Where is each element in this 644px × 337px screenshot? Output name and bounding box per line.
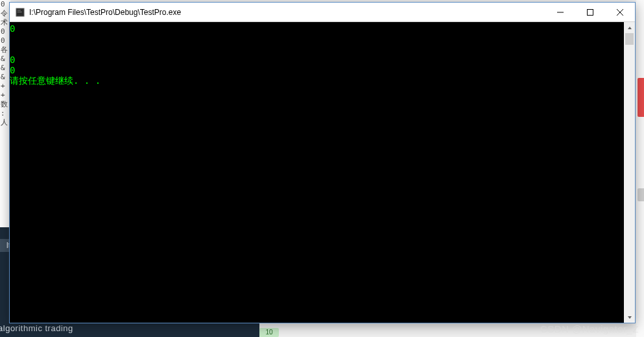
svg-marker-8 [628,316,632,319]
scroll-up-button[interactable] [624,22,635,33]
close-icon [617,9,623,16]
minimize-icon [557,9,564,16]
console-window: I:\Program Files\TestPro\Debug\TestPro.e… [9,2,636,323]
svg-rect-1 [18,10,21,10]
window-title: I:\Program Files\TestPro\Debug\TestPro.e… [29,8,545,17]
svg-rect-4 [588,9,593,15]
desktop: 0 令 术 0 0 各 & & & + + 数 : 人 lt esting in… [0,0,644,337]
svg-rect-2 [18,12,22,12]
close-button[interactable] [605,3,635,21]
bg-right-red [638,78,644,117]
app-icon [15,7,25,18]
svg-marker-7 [628,27,632,29]
bg-green-pill: 10 [259,328,279,337]
bg-right-gray [638,188,644,201]
client-area: 0 0 0 请按任意键继续. . . [10,22,635,323]
minimize-button[interactable] [545,3,575,21]
console-line: 0 [10,23,624,34]
scroll-down-button[interactable] [624,312,635,323]
vertical-scrollbar[interactable] [624,22,635,323]
chevron-up-icon [627,25,632,31]
window-controls [545,3,635,21]
bg-right-strip [636,0,644,337]
watermark: CSDN @Navigator_Z [540,323,639,334]
scrollbar-thumb[interactable] [625,33,634,45]
console-line [10,34,624,44]
console-line: 0 [10,55,624,65]
maximize-button[interactable] [575,3,605,21]
maximize-icon [587,9,593,16]
console-output[interactable]: 0 0 0 请按任意键继续. . . [10,22,624,323]
scrollbar-track[interactable] [624,33,635,312]
titlebar[interactable]: I:\Program Files\TestPro\Debug\TestPro.e… [10,3,635,22]
console-line [10,44,624,55]
console-line: 请按任意键继续. . . [10,75,624,86]
bg-bottom-text: esting in algorithmic trading [0,323,73,333]
console-line: 0 [10,65,624,75]
chevron-down-icon [627,315,632,320]
